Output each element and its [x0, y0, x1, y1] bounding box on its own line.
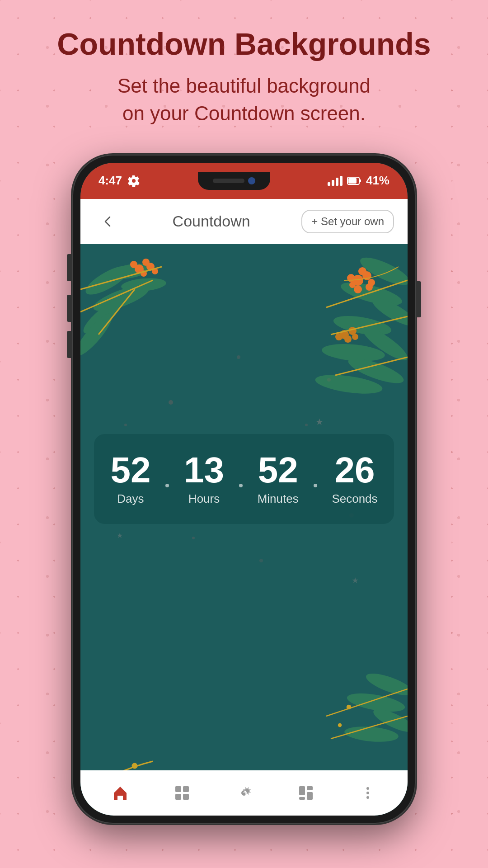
phone-screen: 4:47 [80, 163, 408, 816]
days-label: Days [117, 492, 144, 506]
svg-rect-72 [183, 794, 189, 800]
svg-point-51 [132, 764, 137, 768]
nav-title: Countdown [173, 212, 250, 230]
seconds-value: 26 [334, 452, 375, 488]
set-your-own-button[interactable]: + Set your own [301, 210, 394, 233]
svg-point-65 [259, 559, 263, 562]
countdown-box: 52 Days 13 Hours 52 Minutes [94, 434, 394, 524]
seconds-label: Seconds [332, 492, 377, 506]
pine-branch-top-left [80, 244, 207, 380]
status-notch [198, 172, 270, 190]
notch-speaker [213, 179, 244, 183]
gear-icon [127, 175, 140, 187]
widget-icon [296, 783, 316, 803]
svg-rect-73 [299, 786, 305, 795]
svg-rect-74 [307, 786, 313, 790]
countdown-minutes: 52 Minutes [258, 452, 299, 506]
svg-text:★: ★ [117, 532, 123, 539]
page-wrapper: Countdown Backgrounds Set the beautiful … [0, 0, 488, 868]
countdown-hours: 13 Hours [184, 452, 224, 506]
nav-bar: Countdown + Set your own [80, 199, 408, 244]
status-time: 4:47 [99, 174, 122, 188]
svg-rect-69 [175, 786, 181, 792]
signal-icon [328, 176, 343, 186]
svg-point-77 [366, 787, 369, 790]
svg-rect-1 [348, 178, 357, 184]
screen-content: ★ ★ ★ 52 Days 13 [80, 244, 408, 816]
battery-percentage: 41% [366, 174, 389, 188]
svg-point-49 [338, 724, 341, 726]
phone-mockup: 4:47 [72, 155, 416, 824]
svg-point-37 [335, 333, 343, 340]
nav-settings[interactable] [234, 783, 254, 803]
svg-rect-75 [307, 792, 313, 800]
home-icon [110, 783, 130, 803]
nav-events[interactable] [172, 783, 192, 803]
days-value: 52 [110, 452, 150, 488]
svg-text:★: ★ [352, 576, 359, 585]
svg-point-31 [366, 283, 373, 291]
minutes-value: 52 [258, 452, 298, 488]
svg-point-33 [349, 282, 356, 288]
svg-point-48 [347, 705, 351, 709]
svg-point-38 [352, 334, 358, 340]
countdown-days: 52 Days [110, 452, 150, 506]
svg-point-62 [124, 424, 127, 426]
page-title: Countdown Backgrounds [57, 27, 431, 61]
pine-branch-bottom-right [281, 662, 408, 788]
nav-home[interactable] [110, 783, 130, 803]
separator-dot-3 [314, 484, 317, 487]
pine-branch-top-right [272, 244, 408, 425]
status-left: 4:47 [99, 174, 140, 188]
svg-rect-71 [175, 794, 181, 800]
hours-value: 13 [184, 452, 224, 488]
separator-dot-2 [239, 484, 243, 487]
battery-icon [347, 176, 361, 185]
phone-outer: 4:47 [72, 155, 416, 824]
countdown-seconds: 26 Seconds [332, 452, 377, 506]
svg-point-79 [366, 796, 369, 799]
more-icon [358, 783, 378, 803]
status-right: 41% [328, 174, 389, 188]
nav-more[interactable] [358, 783, 378, 803]
notch-camera [248, 177, 255, 184]
svg-point-56 [169, 400, 173, 405]
separator-dot-1 [165, 484, 169, 487]
minutes-label: Minutes [258, 492, 299, 506]
page-subtitle: Set the beautiful backgroundon your Coun… [90, 72, 398, 127]
svg-point-29 [358, 267, 366, 275]
grid-icon [172, 783, 192, 803]
svg-point-36 [344, 335, 352, 343]
nav-widget[interactable] [296, 783, 316, 803]
status-bar: 4:47 [80, 163, 408, 199]
svg-rect-2 [360, 179, 361, 182]
svg-point-11 [142, 259, 150, 266]
svg-rect-76 [299, 797, 305, 800]
svg-point-12 [130, 261, 137, 268]
svg-point-78 [366, 792, 369, 794]
settings-icon [234, 783, 254, 803]
svg-rect-70 [183, 786, 189, 792]
christmas-background: ★ ★ ★ 52 Days 13 [80, 244, 408, 816]
svg-point-57 [237, 355, 240, 359]
bottom-navigation [80, 770, 408, 816]
hours-label: Hours [188, 492, 220, 506]
svg-point-45 [344, 725, 399, 744]
svg-point-28 [347, 274, 355, 282]
back-button[interactable] [94, 208, 121, 235]
svg-point-64 [192, 537, 195, 539]
